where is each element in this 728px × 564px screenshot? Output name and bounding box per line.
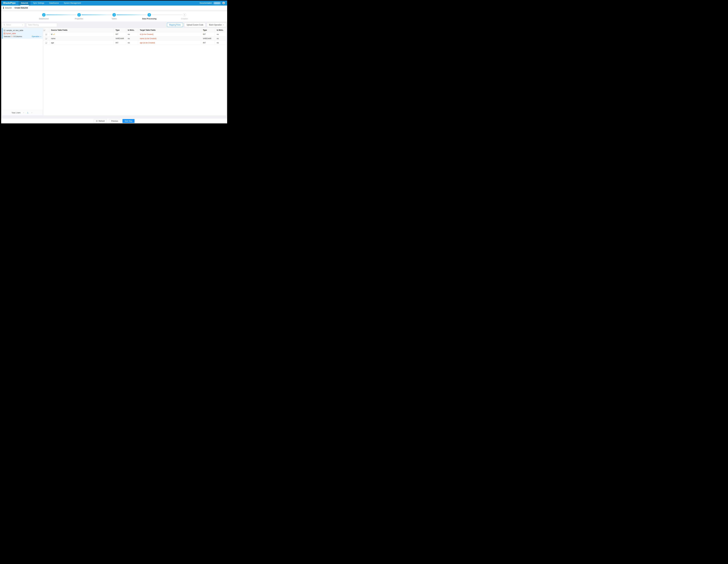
target-field-is-null: no [215, 41, 226, 45]
step-label-properties: Properties [61, 18, 97, 20]
target-field: name (to be Created) [138, 36, 201, 41]
breadcrumb: DataJob / Create DataJob [1, 6, 227, 10]
target-field-type: INT [201, 41, 215, 45]
step-connector [152, 15, 182, 15]
step-label-data-processing: Data Processing [132, 18, 167, 20]
pagination-total: Total 1 item [12, 112, 20, 114]
step-number-circle: 4 [147, 13, 151, 17]
row-checkbox[interactable] [45, 33, 47, 35]
user-avatar[interactable] [222, 2, 225, 4]
row-checkbox[interactable] [45, 38, 47, 40]
footer-action-bar: Refresh Previous Next Step [1, 119, 227, 123]
filter-toolbar: Select Mapping Rules Upload Custom Code … [1, 22, 227, 28]
step-connector [82, 15, 112, 15]
breadcrumb-parent[interactable]: DataJob [5, 7, 12, 9]
step-done-check-icon [77, 13, 81, 17]
top-navbar: BladePipe DataJob Sync Settings DataSour… [1, 1, 227, 6]
target-table-icon [4, 33, 5, 34]
field-is-null: no [126, 36, 138, 41]
source-table-row: sample_src.test_table [4, 29, 41, 31]
navbar-right: Documentation [200, 1, 227, 6]
target-field-type: VARCHAR [201, 36, 215, 41]
batch-operation-label: Batch Operation [209, 24, 222, 26]
field-type: INT [114, 41, 126, 45]
table-select-dropdown[interactable]: Select [2, 23, 25, 27]
mapping-rules-button[interactable]: Mapping Rules [167, 23, 183, 27]
step-label-datasource: DataSource [26, 18, 61, 20]
username-redacted [214, 2, 220, 4]
step-properties: Properties [61, 13, 97, 20]
refresh-icon [96, 120, 98, 122]
page-number-1[interactable]: 1 [26, 111, 29, 114]
app-logo: BladePipe [1, 1, 18, 6]
selected-total: /3 Columns [13, 36, 22, 38]
target-table-row: lly.test_table [4, 32, 41, 35]
field-is-null: no [126, 32, 138, 36]
target-field-is-null: no [215, 32, 226, 36]
step-done-check-icon [42, 13, 46, 17]
next-page-icon[interactable] [30, 111, 33, 114]
nav-item-datajob[interactable]: DataJob [18, 1, 31, 6]
field-mapping-panel: Source Table Fields Type Is NULL Target … [43, 28, 226, 115]
table-filtering-input[interactable] [26, 23, 57, 27]
search-icon [3, 24, 5, 26]
selected-count: 3 [11, 36, 12, 38]
next-step-button[interactable]: Next Step [122, 119, 135, 123]
upload-custom-code-button[interactable]: Upload Custom Code [184, 23, 206, 27]
operation-label: Operation [32, 36, 39, 38]
target-table-name: lly.test_table [6, 32, 16, 35]
nav-item-datasource[interactable]: DataSource [47, 1, 61, 6]
batch-operation-button[interactable]: Batch Operation [207, 23, 226, 27]
selected-label: Selected [4, 36, 10, 38]
step-number-circle: 5 [183, 13, 186, 17]
table-header-row: Source Table Fields Type Is NULL Target … [43, 28, 226, 32]
field-name-age: age [51, 42, 54, 44]
refresh-button[interactable]: Refresh [94, 119, 107, 123]
operation-dropdown-link[interactable]: Operation [32, 36, 41, 38]
step-datasource: DataSource [26, 13, 61, 20]
refresh-label: Refresh [99, 120, 105, 122]
col-header-source-type: Type [114, 28, 126, 32]
field-name-name: name [51, 38, 55, 40]
documentation-link[interactable]: Documentation [200, 2, 212, 4]
col-header-target-field: Target Table Fields [138, 28, 201, 32]
page-title: Create DataJob [15, 7, 28, 9]
step-label-tables: Tables [97, 18, 132, 20]
col-header-source-field: Source Table Fields [49, 28, 114, 32]
avatar-person-icon [222, 2, 225, 4]
select-placeholder: Select [6, 24, 11, 26]
step-connector [46, 15, 76, 15]
table-item-meta: Selected 3 /3 Columns Operation [4, 36, 41, 38]
chevron-down-icon [40, 36, 41, 37]
nav-item-system-management[interactable]: System Management [61, 1, 83, 6]
prev-page-icon[interactable] [22, 111, 25, 114]
breadcrumb-separator: / [13, 7, 13, 9]
step-label-creation: Creation [167, 18, 202, 20]
stepper-section: DataSource Properties Tables [1, 11, 227, 22]
previous-button[interactable]: Previous [109, 119, 120, 123]
table-grid-icon [4, 30, 5, 31]
field-is-null: no [126, 41, 138, 45]
table-list-pagination: Total 1 item 1 [2, 110, 43, 115]
table-row: id INT no id (to be Created) INT no [43, 32, 226, 36]
stepper: DataSource Properties Tables [26, 13, 202, 20]
table-list-panel: sample_src.test_table lly.test_table Sel… [2, 28, 43, 115]
row-checkbox[interactable] [45, 42, 47, 44]
source-table-name: sample_src.test_table [6, 29, 23, 31]
col-header-target-null: Is NULL [215, 28, 226, 32]
table-list-item-selected[interactable]: sample_src.test_table lly.test_table Sel… [2, 28, 43, 39]
bladepipe-app: BladePipe DataJob Sync Settings DataSour… [1, 1, 227, 123]
main-content: sample_src.test_table lly.test_table Sel… [1, 28, 227, 115]
step-connector [117, 15, 147, 15]
table-row: age INT no age (to be Created) INT no [43, 41, 226, 45]
nav-item-sync-settings[interactable]: Sync Settings [31, 1, 47, 6]
chevron-down-icon [22, 24, 23, 26]
selected-columns-text: Selected 3 /3 Columns [4, 36, 22, 38]
select-all-checkbox[interactable] [43, 29, 45, 31]
step-data-processing: 4 Data Processing [132, 13, 167, 20]
primary-key-icon [53, 33, 55, 35]
main-nav: DataJob Sync Settings DataSource System … [18, 1, 83, 6]
step-creation: 5 Creation [167, 13, 202, 20]
step-tables: Tables [97, 13, 132, 20]
field-name-id: id [51, 33, 52, 35]
